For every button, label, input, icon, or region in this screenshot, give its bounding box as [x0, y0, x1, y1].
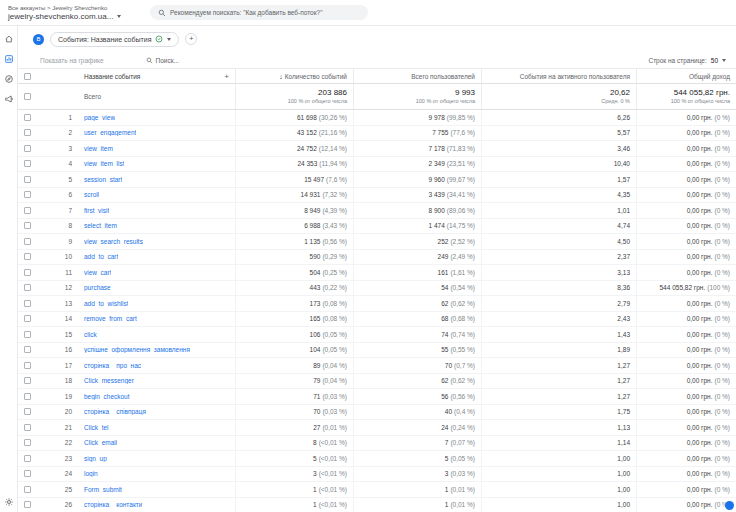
event-name-link[interactable]: remove_from_cart: [84, 315, 137, 322]
event-name-link[interactable]: Click_tel: [84, 424, 109, 431]
event-name-cell: Click_messenger: [78, 374, 236, 389]
row-checkbox[interactable]: [24, 238, 31, 245]
event-name-link[interactable]: purchase: [84, 284, 111, 291]
global-search-input[interactable]: Рекомендуем поискать: "Как добавить веб-…: [150, 5, 368, 20]
event-count-percent: (<0,01 %): [319, 486, 347, 493]
row-checkbox[interactable]: [24, 362, 31, 369]
row-checkbox[interactable]: [24, 486, 31, 493]
event-name-link[interactable]: view_cart: [84, 269, 111, 276]
show-on-chart-toggle[interactable]: Показать на графике: [40, 57, 104, 64]
add-dimension-icon[interactable]: +: [224, 72, 229, 81]
row-checkbox[interactable]: [24, 269, 31, 276]
event-count-cell: 1 (<0,01 %): [236, 482, 354, 497]
event-name-link[interactable]: login: [84, 470, 98, 477]
home-icon[interactable]: [3, 33, 14, 44]
event-name-link[interactable]: sign_up: [84, 455, 107, 462]
row-checkbox[interactable]: [24, 315, 31, 322]
event-count-cell: 14 931 (7,32 %): [236, 188, 354, 203]
admin-gear-icon[interactable]: [3, 496, 14, 507]
event-count-cell: 104 (0,05 %): [236, 343, 354, 358]
total-users-cell: 7 (0,07 %): [354, 436, 482, 451]
event-name-link[interactable]: user_engagement: [84, 129, 136, 136]
revenue-cell: 0,00 грн. (0 %): [637, 436, 736, 451]
event-name-link[interactable]: Form_submit: [84, 486, 122, 493]
event-name-link[interactable]: add_to_cart: [84, 253, 118, 260]
total-users-percent: (71,83 %): [447, 145, 475, 152]
event-name-link[interactable]: view_search_results: [84, 238, 143, 245]
row-checkbox[interactable]: [24, 377, 31, 384]
row-checkbox[interactable]: [24, 331, 31, 338]
row-checkbox[interactable]: [24, 455, 31, 462]
event-name-link[interactable]: Click_messenger: [84, 377, 134, 384]
events-per-user-cell: 1,57: [482, 172, 637, 187]
event-count-cell: 70 (0,03 %): [236, 405, 354, 420]
event-name-link[interactable]: session_start: [84, 176, 122, 183]
row-checkbox[interactable]: [24, 439, 31, 446]
explore-icon[interactable]: [3, 73, 14, 84]
events-per-user-value: 1,43: [617, 331, 630, 338]
event-name-link[interactable]: page_view: [84, 114, 115, 121]
event-name-link[interactable]: view_item: [84, 145, 113, 152]
event-name-link[interactable]: add_to_wishlist: [84, 300, 128, 307]
revenue-percent: (0 %): [714, 207, 730, 214]
row-checkbox-cell: [18, 203, 52, 218]
row-checkbox[interactable]: [24, 470, 31, 477]
segment-badge[interactable]: B: [33, 34, 44, 45]
event-name-link[interactable]: успішне_оформлення_замовлення: [84, 346, 190, 353]
chat-fab[interactable]: [725, 501, 734, 510]
row-checkbox[interactable]: [24, 114, 31, 121]
row-checkbox[interactable]: [24, 424, 31, 431]
row-checkbox[interactable]: [24, 253, 31, 260]
rows-per-page-select[interactable]: Строк на странице: 50: [648, 57, 726, 64]
table-row: 10 add_to_cart 590 (0,29 %) 249 (2,49 %)…: [18, 250, 736, 266]
row-checkbox[interactable]: [24, 176, 31, 183]
row-checkbox[interactable]: [24, 284, 31, 291]
event-name-link[interactable]: сторінка__про_нас: [84, 362, 141, 369]
column-header-event-count[interactable]: ↓ Количество событий: [236, 69, 354, 83]
advertising-icon[interactable]: [3, 93, 14, 104]
event-name-link[interactable]: scroll: [84, 191, 99, 198]
reports-icon[interactable]: [3, 53, 14, 64]
event-name-link[interactable]: first_visit: [84, 207, 109, 214]
select-all-checkbox[interactable]: [24, 73, 31, 80]
event-name-cell: sign_up: [78, 451, 236, 466]
row-checkbox[interactable]: [24, 393, 31, 400]
column-header-total-users[interactable]: Всего пользователей: [354, 69, 482, 83]
row-checkbox[interactable]: [24, 346, 31, 353]
total-users-percent: (0,03 %): [450, 470, 475, 477]
row-checkbox[interactable]: [24, 145, 31, 152]
event-count-cell: 5 (<0,01 %): [236, 451, 354, 466]
event-name-link[interactable]: begin_checkout: [84, 393, 130, 400]
row-checkbox[interactable]: [24, 129, 31, 136]
row-checkbox[interactable]: [24, 160, 31, 167]
property-selector[interactable]: jewelry-shevchenko.com.ua...: [8, 12, 138, 22]
totals-checkbox[interactable]: [24, 93, 31, 100]
event-name-link[interactable]: select_item: [84, 222, 117, 229]
dimension-selector[interactable]: События: Название события: [50, 32, 179, 47]
column-header-label: Название события: [84, 73, 140, 80]
event-count-percent: (0,25 %): [322, 269, 347, 276]
event-name-link[interactable]: сторінка__співпраця: [84, 408, 146, 415]
column-header-events-per-user[interactable]: События на активного пользователя: [482, 69, 637, 83]
revenue-percent: (0 %): [714, 408, 730, 415]
row-number: 22: [52, 436, 78, 451]
row-checkbox[interactable]: [24, 191, 31, 198]
row-checkbox[interactable]: [24, 501, 31, 508]
table-search-input[interactable]: Поиск...: [146, 57, 179, 64]
events-per-user-value: 3,13: [617, 269, 630, 276]
column-header-event-name[interactable]: Название события +: [78, 69, 236, 83]
event-name-link[interactable]: Click_email: [84, 439, 117, 446]
event-name-link[interactable]: view_item_list: [84, 160, 124, 167]
column-header-total-revenue[interactable]: Общий доход: [637, 69, 736, 83]
header-index-cell: [52, 69, 78, 83]
row-checkbox[interactable]: [24, 300, 31, 307]
events-table: Название события + ↓ Количество событий …: [18, 68, 736, 512]
add-comparison-button[interactable]: +: [185, 33, 197, 45]
event-name-link[interactable]: click: [84, 331, 97, 338]
event-name-link[interactable]: сторінка__контакти: [84, 501, 142, 508]
row-checkbox[interactable]: [24, 222, 31, 229]
breadcrumb[interactable]: Все аккаунты > Jewelry Shevchenko: [8, 4, 138, 12]
row-checkbox[interactable]: [24, 207, 31, 214]
row-checkbox[interactable]: [24, 408, 31, 415]
total-users-percent: (0,05 %): [450, 455, 475, 462]
